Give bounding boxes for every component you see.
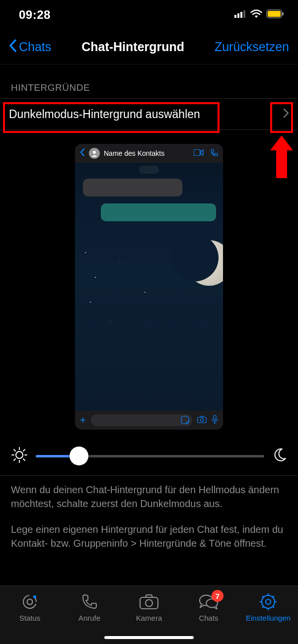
moon-graphic	[186, 240, 223, 286]
svg-line-20	[23, 450, 25, 451]
star-graphic	[95, 277, 96, 278]
svg-line-21	[14, 459, 15, 460]
tab-status[interactable]: Status	[0, 586, 60, 644]
page-title: Chat-Hintergrund	[81, 40, 184, 54]
tab-label: Einstellungen	[246, 614, 291, 622]
svg-point-7	[93, 151, 96, 154]
microphone-icon	[212, 415, 218, 426]
svg-line-37	[273, 596, 274, 597]
svg-point-30	[266, 599, 271, 604]
tab-label: Status	[19, 614, 41, 622]
wallpaper-preview: Name des Kontakts +	[0, 130, 298, 440]
chats-badge: 7	[212, 590, 224, 602]
message-input	[91, 414, 192, 426]
gear-icon	[258, 593, 278, 611]
brightness-slider-row	[0, 440, 298, 475]
row-label: Dunkelmodus-Hintergrund auswählen	[9, 108, 200, 121]
preview-input-bar: +	[75, 411, 223, 430]
brightness-slider[interactable]	[36, 455, 264, 457]
sun-icon	[11, 447, 28, 465]
select-dark-wallpaper-row[interactable]: Dunkelmodus-Hintergrund auswählen	[0, 98, 298, 130]
svg-rect-8	[194, 149, 200, 156]
tab-label: Kamera	[136, 614, 162, 622]
help-text: Wenn du deinen Chat-Hintergrund für den …	[0, 475, 298, 557]
svg-line-38	[262, 606, 264, 608]
svg-rect-1	[237, 13, 239, 18]
section-header: HINTERGRÜNDE	[0, 64, 298, 98]
status-bar: 09:28	[0, 0, 298, 30]
svg-rect-12	[214, 415, 216, 420]
tab-calls[interactable]: Anrufe	[60, 586, 119, 644]
wifi-icon	[250, 9, 262, 20]
status-icons	[234, 9, 284, 20]
svg-rect-3	[243, 10, 245, 18]
svg-rect-2	[240, 12, 242, 18]
help-p2: Lege einen eigenen Hintergrund für jeden…	[11, 522, 287, 550]
reset-button[interactable]: Zurücksetzen	[215, 40, 289, 54]
help-p1: Wenn du deinen Chat-Hintergrund für den …	[11, 483, 287, 511]
outgoing-bubble	[101, 203, 216, 221]
svg-point-23	[27, 599, 33, 605]
tab-settings[interactable]: Einstellungen	[238, 586, 298, 644]
svg-point-11	[201, 418, 204, 421]
voice-call-icon	[211, 149, 218, 158]
star-graphic	[120, 262, 120, 262]
back-label: Chats	[19, 40, 51, 54]
moon-icon	[272, 448, 287, 464]
back-button[interactable]: Chats	[9, 39, 51, 55]
svg-rect-10	[198, 417, 206, 423]
chat-preview-frame: Name des Kontakts +	[75, 144, 223, 430]
tab-camera[interactable]: Kamera	[119, 586, 179, 644]
svg-rect-6	[282, 12, 284, 16]
sticker-icon	[181, 416, 189, 426]
cellular-icon	[234, 10, 246, 20]
star-graphic	[145, 292, 146, 293]
tab-label: Chats	[199, 614, 218, 622]
avatar-icon	[89, 148, 100, 159]
phone-icon	[79, 593, 99, 611]
nav-bar: Chats Chat-Hintergrund Zurücksetzen	[0, 30, 298, 64]
svg-line-35	[262, 596, 264, 597]
star-graphic	[110, 322, 110, 322]
chevron-left-icon	[9, 39, 17, 55]
svg-rect-0	[234, 15, 236, 18]
camera-icon	[139, 593, 159, 611]
contact-name: Name des Kontakts	[104, 149, 190, 157]
battery-icon	[266, 9, 284, 20]
home-indicator[interactable]	[104, 636, 194, 639]
svg-point-24	[33, 595, 36, 598]
incoming-bubble	[83, 179, 182, 196]
plus-icon: +	[80, 415, 86, 426]
star-graphic	[85, 252, 86, 253]
svg-rect-5	[268, 11, 281, 17]
preview-body	[75, 163, 223, 411]
preview-header: Name des Kontakts	[75, 144, 223, 163]
chevron-left-icon	[80, 148, 85, 158]
tab-bar: Status Anrufe Kamera Chats 7 Einstellung…	[0, 585, 298, 644]
svg-point-26	[146, 600, 152, 607]
status-time: 09:28	[19, 8, 51, 22]
svg-line-18	[14, 450, 15, 451]
camera-icon	[197, 416, 207, 425]
star-graphic	[90, 302, 91, 303]
date-pill	[139, 166, 159, 174]
slider-thumb[interactable]	[70, 447, 88, 465]
svg-line-36	[273, 606, 274, 608]
status-icon	[20, 593, 40, 611]
video-call-icon	[194, 149, 204, 158]
tab-chats[interactable]: Chats 7	[179, 586, 238, 644]
svg-point-13	[16, 451, 23, 458]
chevron-right-icon	[283, 108, 289, 120]
svg-line-19	[23, 459, 25, 460]
svg-rect-9	[181, 416, 189, 424]
tab-label: Anrufe	[78, 614, 100, 622]
